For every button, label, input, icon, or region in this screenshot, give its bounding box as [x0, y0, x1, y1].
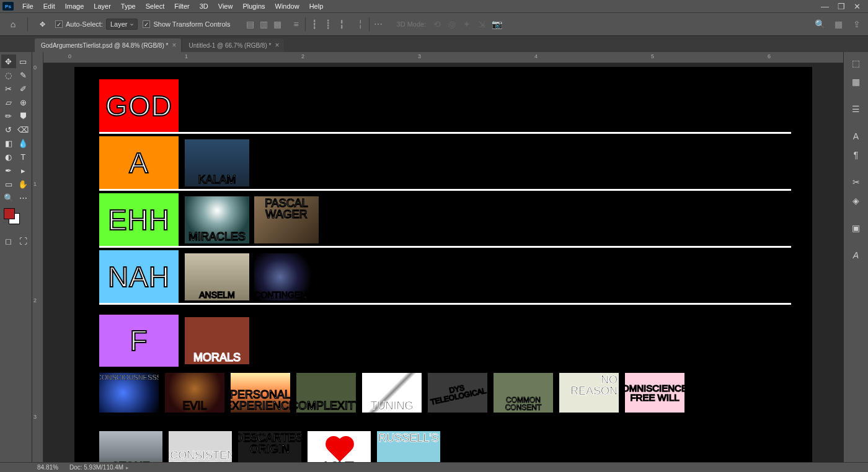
tier-items[interactable]: MORALS	[179, 315, 791, 367]
menu-type[interactable]: Type	[116, 2, 141, 10]
menu-help[interactable]: Help	[304, 2, 329, 10]
menu-image[interactable]: Image	[60, 2, 89, 10]
eyedropper-tool[interactable]: ✐	[16, 82, 31, 95]
dodge-tool[interactable]: ◐	[1, 150, 16, 164]
eraser-tool[interactable]: ⌫	[16, 123, 31, 136]
layers-panel-icon[interactable]: ◈	[848, 193, 865, 208]
doc-info-arrow-icon[interactable]: ▸	[126, 465, 129, 471]
tier-card[interactable]: NO REASON	[559, 373, 619, 413]
align-to-icon[interactable]: ╎	[354, 18, 366, 30]
path-select-tool[interactable]: ▸	[16, 164, 31, 177]
distribute-v-icon[interactable]: ┋	[322, 18, 334, 30]
tier-card[interactable]: RUSSELL'S	[377, 431, 440, 462]
quick-select-tool[interactable]: ✎	[16, 68, 31, 82]
tier-card[interactable]: PERSONAL EXPERIENCE	[231, 373, 290, 413]
align-center-h-icon[interactable]: ▥	[258, 18, 270, 30]
marquee-tool[interactable]: ▭	[16, 55, 31, 68]
screen-mode-tool[interactable]: ⛶	[16, 234, 31, 248]
tier-card[interactable]: STONE	[99, 431, 162, 462]
libraries-panel-icon[interactable]: ▣	[848, 221, 865, 235]
tier-label[interactable]: GOD	[99, 79, 179, 132]
zoom-tool[interactable]: 🔍	[1, 191, 16, 204]
tier-items[interactable]: ANSELMCONTINGENCY	[179, 250, 791, 303]
tier-card[interactable]: DESCARTES' ORIGIN	[238, 431, 301, 462]
unsorted-pool[interactable]: STONEINCONSISTENT REVELATIONDESCARTES' O…	[99, 431, 791, 462]
auto-select-dropdown[interactable]: Layer	[106, 19, 138, 30]
pen-tool[interactable]: ✒	[1, 164, 16, 177]
tier-card[interactable]: KALAM	[185, 139, 249, 186]
zoom-level[interactable]: 84.81%	[37, 464, 58, 471]
distribute-h-icon[interactable]: ┇	[308, 18, 321, 30]
tier-label[interactable]: F	[99, 315, 179, 367]
tier-items[interactable]: KALAM	[179, 136, 791, 189]
tier-card[interactable]: MORALS	[185, 317, 249, 364]
tier-card[interactable]: MIRACLES	[185, 196, 249, 243]
tier-label[interactable]: A	[99, 136, 179, 189]
foreground-color-swatch[interactable]	[4, 208, 15, 219]
hand-tool[interactable]: ✋	[16, 177, 31, 191]
move-tool[interactable]: ✥	[1, 55, 16, 68]
menu-select[interactable]: Select	[141, 2, 170, 10]
unsorted-pool[interactable]: CONSCIOUSNESSSEVILPERSONAL EXPERIENCECOM…	[99, 373, 791, 413]
tier-card[interactable]: COMMON CONSENT	[494, 373, 553, 413]
share-icon[interactable]: ⇪	[851, 18, 863, 30]
tier-card[interactable]: INCONSISTENT REVELATION	[169, 431, 232, 462]
tier-card[interactable]: COMPLEXITY	[296, 373, 356, 413]
tier-card[interactable]: OMNISCIENCE FREE WILL	[625, 373, 684, 413]
tab-close-icon[interactable]: ×	[275, 41, 279, 50]
stamp-tool[interactable]: ⛊	[16, 109, 31, 123]
search-icon[interactable]: 🔍	[813, 18, 826, 30]
minimize-icon[interactable]: —	[821, 2, 829, 11]
edit-toolbar[interactable]: ⋯	[16, 191, 31, 204]
blur-tool[interactable]: 💧	[16, 136, 31, 150]
shape-tool[interactable]: ▭	[1, 177, 16, 191]
ruler-horizontal[interactable]: 0123456	[43, 52, 843, 63]
document-canvas[interactable]: GODAKALAMEHHMIRACLESPASCAL WAGERNAHANSEL…	[74, 67, 812, 462]
auto-select-checkbox[interactable]	[55, 20, 63, 28]
tier-card[interactable]: ANSELM	[185, 253, 249, 300]
menu-layer[interactable]: Layer	[89, 2, 116, 10]
menu-file[interactable]: File	[17, 2, 38, 10]
show-transform-checkbox[interactable]	[143, 20, 150, 28]
tier-items[interactable]: MIRACLESPASCAL WAGER	[179, 193, 791, 246]
lasso-tool[interactable]: ◌	[1, 68, 16, 82]
menu-view[interactable]: View	[213, 2, 238, 10]
adjustments-panel-icon[interactable]: ✂	[848, 175, 865, 190]
paragraph-panel-icon[interactable]: ¶	[848, 147, 865, 162]
home-button[interactable]: ⌂	[5, 16, 21, 32]
menu-window[interactable]: Window	[270, 2, 304, 10]
tier-label[interactable]: NAH	[99, 250, 179, 303]
frame-tool[interactable]: ▱	[1, 95, 16, 109]
heal-tool[interactable]: ⊕	[16, 95, 31, 109]
tier-card[interactable]: CONSCIOUSNESSS	[99, 373, 159, 413]
distribute-spacing-icon[interactable]: ╏	[335, 18, 348, 30]
character-panel-icon[interactable]: A	[848, 129, 865, 144]
menu-plugins[interactable]: Plugins	[237, 2, 270, 10]
document-tab[interactable]: Untitled-1 @ 66.7% (RGB/8) *×	[182, 38, 284, 52]
glyphs-panel-icon[interactable]: A	[848, 248, 865, 263]
crop-tool[interactable]: ✂	[1, 82, 16, 95]
brush-tool[interactable]: ✏	[1, 109, 16, 123]
document-tab[interactable]: GodArgumentsTierlist.psd @ 84.8% (RGB/8)…	[35, 38, 181, 52]
restore-icon[interactable]: ❐	[838, 2, 845, 11]
tab-close-icon[interactable]: ×	[172, 41, 176, 50]
color-swatches[interactable]	[1, 208, 30, 228]
tier-card[interactable]: DYS TELEOLOGICAL	[428, 373, 487, 413]
more-options-icon[interactable]: ⋯	[372, 18, 384, 30]
doc-size[interactable]: Doc: 5.93M/110.4M	[69, 464, 123, 471]
properties-panel-icon[interactable]: ☰	[848, 102, 865, 116]
color-panel-icon[interactable]: ⬚	[848, 56, 865, 71]
tier-card[interactable]: PASCAL WAGER	[254, 196, 319, 243]
tier-label[interactable]: EHH	[99, 193, 179, 246]
align-right-icon[interactable]: ▦	[272, 18, 284, 30]
swatches-panel-icon[interactable]: ▦	[848, 74, 865, 89]
workspace-icon[interactable]: ▦	[832, 18, 844, 30]
menu-filter[interactable]: Filter	[169, 2, 194, 10]
gradient-tool[interactable]: ◧	[1, 136, 16, 150]
quick-mask-tool[interactable]: ◻	[1, 234, 16, 248]
tier-items[interactable]	[179, 79, 791, 132]
type-tool[interactable]: T	[16, 150, 31, 164]
menu-edit[interactable]: Edit	[38, 2, 60, 10]
menu-3d[interactable]: 3D	[195, 2, 213, 10]
tier-card[interactable]: LOVE	[308, 431, 371, 462]
